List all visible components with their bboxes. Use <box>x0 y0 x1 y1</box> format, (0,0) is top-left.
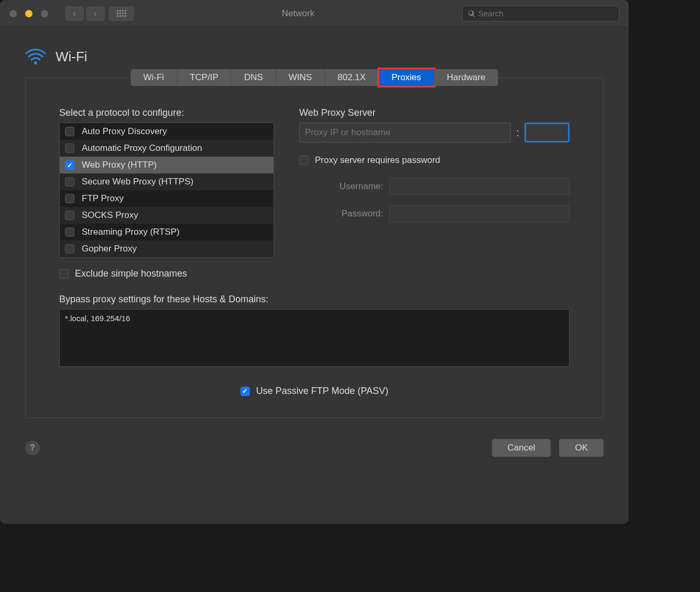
search-box[interactable] <box>462 6 619 21</box>
chevron-left-icon: ‹ <box>73 9 75 18</box>
content-area: Wi-Fi Wi-Fi TCP/IP DNS WINS 802.1X Proxi… <box>0 27 629 431</box>
checkbox[interactable] <box>65 160 74 170</box>
search-input[interactable] <box>478 9 614 18</box>
protocol-row-auto-config[interactable]: Automatic Proxy Configuration <box>60 140 274 157</box>
username-label: Username: <box>320 181 383 192</box>
tab-dns[interactable]: DNS <box>232 69 276 86</box>
columns: Select a protocol to configure: Auto Pro… <box>59 107 570 294</box>
window-title: Network <box>134 8 462 19</box>
connection-title: Wi-Fi <box>56 49 88 65</box>
protocol-row-socks-proxy[interactable]: SOCKS Proxy <box>60 207 274 224</box>
checkbox[interactable] <box>65 177 74 187</box>
maximize-window-button[interactable] <box>41 10 48 17</box>
right-column: Web Proxy Server : Proxy server requires… <box>299 107 570 294</box>
checkbox[interactable] <box>65 211 74 220</box>
footer: ? Cancel OK <box>0 431 629 469</box>
host-port-separator: : <box>516 127 519 139</box>
proxy-server-row: : <box>299 123 570 142</box>
chevron-right-icon: › <box>94 9 96 18</box>
network-preferences-window: ‹ › Network Wi-Fi Wi-Fi TCP/IP DNS <box>0 0 629 524</box>
protocol-list-label: Select a protocol to configure: <box>59 107 274 118</box>
username-row: Username: <box>320 178 570 195</box>
protocol-label: FTP Proxy <box>82 193 124 204</box>
exclude-hostnames-label: Exclude simple hostnames <box>75 268 187 279</box>
proxy-host-input[interactable] <box>299 123 511 142</box>
proxy-auth-checkbox[interactable] <box>299 156 309 165</box>
protocol-label: Gopher Proxy <box>82 244 137 254</box>
bypass-label: Bypass proxy settings for these Hosts & … <box>59 294 570 305</box>
forward-button[interactable]: › <box>86 6 105 21</box>
exclude-hostnames-row: Exclude simple hostnames <box>59 268 274 279</box>
pasv-checkbox[interactable] <box>240 387 250 396</box>
protocol-label: Web Proxy (HTTP) <box>82 160 157 170</box>
help-button[interactable]: ? <box>25 441 40 455</box>
tab-wifi[interactable]: Wi-Fi <box>130 69 177 86</box>
protocol-label: Automatic Proxy Configuration <box>82 143 202 154</box>
proxy-server-label: Web Proxy Server <box>299 107 570 118</box>
auth-row: Proxy server requires password <box>299 155 570 166</box>
help-icon: ? <box>30 443 35 453</box>
protocol-row-secure-web-proxy[interactable]: Secure Web Proxy (HTTPS) <box>60 173 274 190</box>
protocol-row-auto-discovery[interactable]: Auto Proxy Discovery <box>60 123 274 140</box>
password-input <box>389 205 570 222</box>
bypass-textarea[interactable] <box>59 309 570 367</box>
proxy-auth-label: Proxy server requires password <box>315 155 440 166</box>
tab-8021x[interactable]: 802.1X <box>325 69 379 86</box>
checkbox[interactable] <box>65 244 74 254</box>
checkbox[interactable] <box>65 194 74 203</box>
tab-proxies[interactable]: Proxies <box>379 69 434 86</box>
tab-wins[interactable]: WINS <box>276 69 325 86</box>
svg-point-0 <box>34 61 37 64</box>
checkbox[interactable] <box>65 144 74 153</box>
username-input <box>389 178 570 195</box>
pasv-row: Use Passive FTP Mode (PASV) <box>59 386 570 397</box>
checkbox[interactable] <box>65 127 74 136</box>
protocol-label: Auto Proxy Discovery <box>82 126 167 137</box>
password-label: Password: <box>320 209 383 219</box>
protocol-row-streaming-proxy[interactable]: Streaming Proxy (RTSP) <box>60 224 274 240</box>
grid-icon <box>117 10 126 17</box>
tab-tcpip[interactable]: TCP/IP <box>177 69 232 86</box>
navigation-buttons: ‹ › <box>65 6 105 21</box>
exclude-hostnames-checkbox[interactable] <box>59 269 69 279</box>
protocol-label: Secure Web Proxy (HTTPS) <box>82 177 193 187</box>
cancel-button[interactable]: Cancel <box>492 439 551 457</box>
protocol-row-gopher-proxy[interactable]: Gopher Proxy <box>60 240 274 257</box>
close-window-button[interactable] <box>9 10 17 17</box>
tab-hardware[interactable]: Hardware <box>434 69 498 86</box>
settings-panel: Wi-Fi TCP/IP DNS WINS 802.1X Proxies Har… <box>25 78 604 418</box>
ok-button[interactable]: OK <box>559 439 604 457</box>
show-all-button[interactable] <box>109 6 134 21</box>
proxy-port-input[interactable] <box>524 123 570 142</box>
minimize-window-button[interactable] <box>25 10 32 17</box>
pasv-label: Use Passive FTP Mode (PASV) <box>256 386 388 397</box>
left-column: Select a protocol to configure: Auto Pro… <box>59 107 274 294</box>
protocol-row-ftp-proxy[interactable]: FTP Proxy <box>60 190 274 207</box>
search-icon <box>468 10 475 17</box>
password-row: Password: <box>320 205 570 222</box>
connection-header: Wi-Fi <box>25 46 604 67</box>
tab-bar: Wi-Fi TCP/IP DNS WINS 802.1X Proxies Har… <box>130 69 498 86</box>
protocol-list[interactable]: Auto Proxy Discovery Automatic Proxy Con… <box>59 123 274 258</box>
back-button[interactable]: ‹ <box>65 6 84 21</box>
protocol-label: SOCKS Proxy <box>82 210 138 221</box>
traffic-lights <box>9 10 48 17</box>
protocol-row-web-proxy[interactable]: Web Proxy (HTTP) <box>60 157 274 173</box>
protocol-label: Streaming Proxy (RTSP) <box>82 227 180 237</box>
checkbox[interactable] <box>65 227 74 237</box>
titlebar: ‹ › Network <box>0 0 629 27</box>
wifi-icon <box>25 46 46 67</box>
